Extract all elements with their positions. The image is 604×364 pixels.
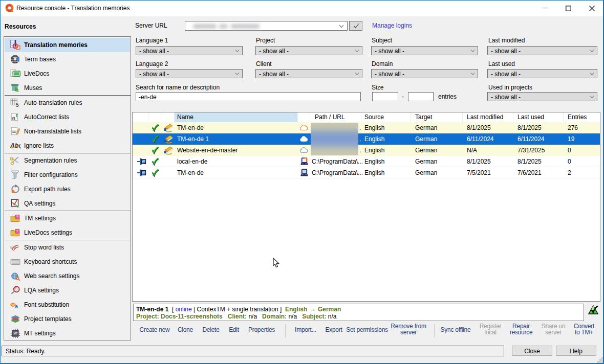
svg-text:a: a: [15, 303, 18, 309]
svg-text:5: 5: [16, 102, 19, 108]
svg-text:MT: MT: [13, 332, 18, 335]
svg-text:r: r: [16, 112, 18, 118]
svg-text:я: я: [12, 115, 15, 121]
svg-text:abc: abc: [12, 131, 15, 133]
